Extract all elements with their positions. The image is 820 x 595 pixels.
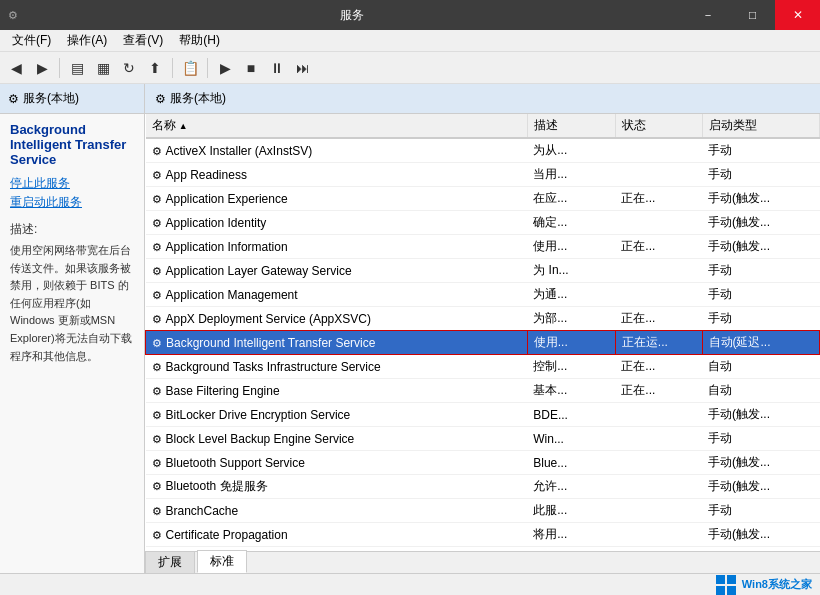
service-starttype-cell: 自动	[702, 355, 820, 379]
service-desc-cell: 此服...	[527, 499, 615, 523]
service-starttype-cell: 手动	[702, 163, 820, 187]
view-button-2[interactable]: ▦	[91, 56, 115, 80]
services-list: ⚙ActiveX Installer (AxInstSV)为从...手动⚙App…	[146, 138, 820, 551]
service-name-cell: ⚙BitLocker Drive Encryption Service	[146, 403, 528, 427]
menu-item-v[interactable]: 查看(V)	[115, 30, 171, 51]
col-header-starttype[interactable]: 启动类型	[702, 114, 820, 138]
service-desc-cell: 将用...	[527, 523, 615, 547]
export-button[interactable]: ⬆	[143, 56, 167, 80]
service-name-cell: ⚙Certificate Propagation	[146, 523, 528, 547]
service-starttype-cell: 手动	[702, 283, 820, 307]
right-panel: ⚙ 服务(本地) 名称 ▲ 描述 状态 启动类型 ⚙ActiveX Instal…	[145, 84, 820, 573]
left-panel: ⚙ 服务(本地) Background Intelligent Transfer…	[0, 84, 145, 573]
table-row[interactable]: ⚙Application Identity确定...手动(触发...	[146, 211, 820, 235]
service-info-panel: Background Intelligent Transfer Service …	[0, 114, 144, 573]
service-name-text: Application Information	[166, 240, 288, 254]
maximize-button[interactable]: □	[730, 0, 775, 30]
service-name-text: App Readiness	[166, 168, 247, 182]
service-icon: ⚙	[152, 361, 162, 373]
stop-service-link[interactable]: 停止此服务	[10, 175, 134, 192]
table-row[interactable]: ⚙ActiveX Installer (AxInstSV)为从...手动	[146, 138, 820, 163]
service-name-cell: ⚙Bluetooth 免提服务	[146, 475, 528, 499]
table-row[interactable]: ⚙Background Tasks Infrastructure Service…	[146, 355, 820, 379]
table-row[interactable]: ⚙Certificate Propagation将用...手动(触发...	[146, 523, 820, 547]
table-row[interactable]: ⚙Bluetooth Support ServiceBlue...手动(触发..…	[146, 451, 820, 475]
selected-service-name: Background Intelligent Transfer Service	[10, 122, 134, 167]
service-icon: ⚙	[152, 505, 162, 517]
col-header-status[interactable]: 状态	[615, 114, 702, 138]
toolbar-separator-1	[59, 58, 60, 78]
resume-button[interactable]: ⏭	[291, 56, 315, 80]
stop-button[interactable]: ■	[239, 56, 263, 80]
refresh-button[interactable]: ↻	[117, 56, 141, 80]
col-header-name[interactable]: 名称 ▲	[146, 114, 528, 138]
service-name-cell: ⚙AppX Deployment Service (AppXSVC)	[146, 307, 528, 331]
service-starttype-cell: 手动(触发...	[702, 451, 820, 475]
service-name-cell: ⚙BranchCache	[146, 499, 528, 523]
table-row[interactable]: ⚙Application Information使用...正在...手动(触发.…	[146, 235, 820, 259]
col-header-desc[interactable]: 描述	[527, 114, 615, 138]
table-row[interactable]: ⚙Bluetooth 免提服务允许...手动(触发...	[146, 475, 820, 499]
table-row[interactable]: ⚙Block Level Backup Engine ServiceWin...…	[146, 427, 820, 451]
service-status-cell	[615, 138, 702, 163]
service-status-cell	[615, 499, 702, 523]
service-icon: ⚙	[152, 337, 162, 349]
service-name-text: AppX Deployment Service (AppXSVC)	[166, 312, 371, 326]
window-title: 服务	[18, 7, 685, 24]
properties-button[interactable]: 📋	[178, 56, 202, 80]
table-row[interactable]: ⚙App Readiness当用...手动	[146, 163, 820, 187]
table-row[interactable]: ⚙Application Layer Gateway Service为 In..…	[146, 259, 820, 283]
service-status-cell	[615, 163, 702, 187]
services-table-container[interactable]: 名称 ▲ 描述 状态 启动类型 ⚙ActiveX Installer (AxIn…	[145, 114, 820, 551]
service-icon: ⚙	[152, 265, 162, 277]
table-row[interactable]: ⚙Background Intelligent Transfer Service…	[146, 331, 820, 355]
tab-扩展[interactable]: 扩展	[145, 551, 195, 573]
service-name-text: Certificate Propagation	[166, 528, 288, 542]
start-button[interactable]: ▶	[213, 56, 237, 80]
service-starttype-cell: 手动(触发...	[702, 235, 820, 259]
forward-button[interactable]: ▶	[30, 56, 54, 80]
service-desc-cell: BDE...	[527, 403, 615, 427]
service-name-text: Application Layer Gateway Service	[166, 264, 352, 278]
main-layout: ⚙ 服务(本地) Background Intelligent Transfer…	[0, 84, 820, 573]
view-button-1[interactable]: ▤	[65, 56, 89, 80]
service-desc-cell: Win...	[527, 427, 615, 451]
service-icon: ⚙	[152, 217, 162, 229]
tab-标准[interactable]: 标准	[197, 550, 247, 573]
service-name-text: Background Tasks Infrastructure Service	[166, 360, 381, 374]
right-panel-title: 服务(本地)	[170, 90, 226, 107]
close-button[interactable]: ✕	[775, 0, 820, 30]
service-name-cell: ⚙Application Experience	[146, 187, 528, 211]
pause-button[interactable]: ⏸	[265, 56, 289, 80]
back-button[interactable]: ◀	[4, 56, 28, 80]
service-icon: ⚙	[152, 457, 162, 469]
services-icon: ⚙	[8, 92, 19, 106]
table-row[interactable]: ⚙BitLocker Drive Encryption ServiceBDE..…	[146, 403, 820, 427]
table-row[interactable]: ⚙Application Experience在应...正在...手动(触发..…	[146, 187, 820, 211]
service-desc-cell: 为通...	[527, 283, 615, 307]
title-bar: ⚙ 服务 － □ ✕	[0, 0, 820, 30]
menu-item-f[interactable]: 文件(F)	[4, 30, 59, 51]
table-row[interactable]: ⚙AppX Deployment Service (AppXSVC)为部...正…	[146, 307, 820, 331]
table-row[interactable]: ⚙Application Management为通...手动	[146, 283, 820, 307]
menu-item-h[interactable]: 帮助(H)	[171, 30, 228, 51]
service-status-cell: 正在...	[615, 379, 702, 403]
service-name-cell: ⚙Application Layer Gateway Service	[146, 259, 528, 283]
service-name-cell: ⚙Base Filtering Engine	[146, 379, 528, 403]
table-row[interactable]: ⚙Base Filtering Engine基本...正在...自动	[146, 379, 820, 403]
service-desc-cell: 基本...	[527, 379, 615, 403]
table-row[interactable]: ⚙BranchCache此服...手动	[146, 499, 820, 523]
service-name-cell: ⚙Background Intelligent Transfer Service	[146, 331, 528, 355]
win8-logo-text: Win8系统之家	[742, 577, 812, 592]
menu-item-a[interactable]: 操作(A)	[59, 30, 115, 51]
restart-service-link[interactable]: 重启动此服务	[10, 194, 134, 211]
left-panel-header: ⚙ 服务(本地)	[0, 84, 144, 114]
minimize-button[interactable]: －	[685, 0, 730, 30]
service-desc-cell: 使用...	[527, 235, 615, 259]
service-starttype-cell: 手动	[702, 427, 820, 451]
service-status-cell	[615, 283, 702, 307]
service-name-cell: ⚙Block Level Backup Engine Service	[146, 427, 528, 451]
service-status-cell: 正在...	[615, 235, 702, 259]
service-desc-cell: 允许...	[527, 475, 615, 499]
window-controls: － □ ✕	[685, 0, 820, 30]
